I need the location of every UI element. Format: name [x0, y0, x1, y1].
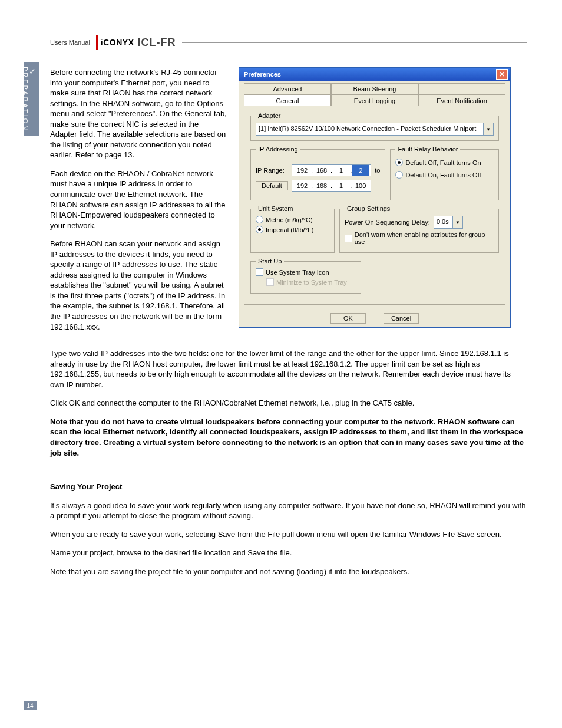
tab-empty[interactable]	[418, 83, 505, 95]
page-number: 14	[24, 701, 37, 710]
tab-event-notification[interactable]: Event Notification	[418, 95, 505, 106]
radio-fault-off[interactable]	[395, 159, 403, 166]
body-paragraph: It's always a good idea to save your wor…	[50, 500, 527, 521]
tab-advanced[interactable]: Advanced	[244, 83, 331, 95]
fault-opt1-label: Default Off, Fault turns On	[405, 159, 481, 166]
cancel-button[interactable]: Cancel	[384, 313, 419, 324]
tab-general[interactable]: General	[244, 95, 331, 106]
checkbox-minimize-tray	[266, 278, 274, 286]
ip-legend: IP Addressing	[256, 146, 300, 153]
close-icon: ✕	[499, 70, 505, 78]
unit-system-fieldset: Unit System Metric (m/kg/°C) Imperial (f…	[250, 205, 335, 253]
manual-label: Users Manual	[50, 39, 90, 46]
checkbox-tray-icon[interactable]	[256, 268, 263, 276]
tab-event-logging[interactable]: Event Logging	[331, 95, 418, 106]
ip-hi-oct2[interactable]	[313, 180, 330, 191]
ip-lo-oct3[interactable]	[332, 165, 350, 176]
unit-legend: Unit System	[256, 205, 295, 212]
tab-panel-general: Adapter [1] Intel(R) 82562V 10/100 Netwo…	[244, 106, 505, 305]
radio-metric[interactable]	[256, 216, 263, 223]
group-legend: Group Settings	[345, 205, 392, 212]
group-warn-label: Don't warn when enabling attributes for …	[355, 231, 494, 245]
body-paragraph: When you are ready to save your work, se…	[50, 529, 527, 540]
fault-relay-fieldset: Fault Relay Behavior Default Off, Fault …	[390, 146, 499, 200]
tray-label: Use System Tray Icon	[266, 269, 329, 276]
adapter-dropdown[interactable]: [1] Intel(R) 82562V 10/100 Network Conne…	[256, 123, 494, 136]
preferences-dialog: Preferences ✕ Advanced Beam Steering Gen…	[239, 67, 511, 328]
ip-lo-oct1[interactable]	[293, 165, 311, 176]
ip-lo-oct2[interactable]	[313, 165, 330, 176]
header-rule	[182, 42, 527, 43]
model-name: ICL-FR	[138, 37, 176, 49]
ip-range-hi[interactable]: . . .	[292, 180, 371, 192]
logo-bar-icon	[96, 35, 98, 50]
dialog-title: Preferences	[244, 71, 281, 78]
imperial-label: Imperial (ft/lb/°F)	[266, 226, 313, 233]
radio-imperial[interactable]	[256, 226, 263, 233]
startup-fieldset: Start Up Use System Tray Icon Minimize t…	[250, 258, 361, 294]
ip-range-lo[interactable]: . . .	[292, 164, 371, 176]
tab-row-back: Advanced Beam Steering	[244, 83, 505, 95]
group-settings-fieldset: Group Settings Power-On Sequencing Delay…	[339, 205, 499, 253]
startup-legend: Start Up	[256, 258, 284, 265]
body-paragraph: Type two valid IP addresses into the two…	[50, 348, 527, 390]
fault-legend: Fault Relay Behavior	[395, 146, 460, 153]
ok-button[interactable]: OK	[330, 313, 366, 324]
page-header: Users Manual iCONYX ICL-FR	[50, 35, 527, 50]
body-paragraph: Click OK and connect the computer to the…	[50, 398, 527, 409]
adapter-fieldset: Adapter [1] Intel(R) 82562V 10/100 Netwo…	[250, 112, 499, 141]
radio-fault-on[interactable]	[395, 171, 403, 179]
ip-range-label: IP Range:	[256, 167, 288, 174]
dropdown-arrow-icon[interactable]: ▼	[453, 216, 463, 229]
checkbox-group-warn[interactable]	[345, 235, 352, 242]
body-paragraph: Note that you are saving the project fil…	[50, 566, 527, 577]
dialog-actions: OK Cancel	[239, 309, 510, 327]
tab-beam-steering[interactable]: Beam Steering	[331, 83, 418, 95]
ip-hi-oct1[interactable]	[293, 180, 311, 191]
ip-hi-oct4[interactable]	[352, 180, 369, 191]
dialog-titlebar[interactable]: Preferences ✕	[239, 68, 510, 81]
body-note-bold: Note that you do not have to create virt…	[50, 417, 527, 458]
brand-name: iCONYX	[101, 38, 134, 47]
heading-saving-project: Saving Your Project	[50, 482, 527, 492]
ip-hi-oct3[interactable]	[332, 180, 350, 191]
ip-to-label: to	[375, 167, 380, 174]
delay-dropdown[interactable]: 0.0s ▼	[434, 216, 463, 229]
adapter-legend: Adapter	[256, 112, 283, 119]
section-tab-preparation: PREPARATION	[24, 62, 39, 136]
body-paragraph: Before connecting the network's RJ-45 co…	[50, 67, 227, 160]
dropdown-arrow-icon[interactable]: ▼	[484, 123, 494, 136]
adapter-value: [1] Intel(R) 82562V 10/100 Network Conne…	[256, 123, 484, 136]
fault-opt2-label: Default On, Fault turns Off	[405, 172, 481, 179]
body-paragraph: Name your project, browse to the desired…	[50, 548, 527, 558]
body-paragraph: Each device on the RHAON / CobraNet netw…	[50, 169, 227, 230]
close-button[interactable]: ✕	[496, 69, 508, 80]
delay-label: Power-On Sequencing Delay:	[345, 219, 430, 226]
tab-row-front: General Event Logging Event Notification	[244, 95, 505, 106]
metric-label: Metric (m/kg/°C)	[266, 216, 313, 223]
body-paragraph: Before RHAON can scan your network and a…	[50, 239, 227, 332]
ip-default-button[interactable]: Default	[256, 181, 288, 190]
ip-lo-oct4[interactable]	[352, 165, 369, 176]
minimize-label: Minimize to System Tray	[276, 279, 347, 286]
ip-addressing-fieldset: IP Addressing IP Range: . .	[250, 146, 385, 200]
delay-value: 0.0s	[434, 216, 453, 229]
